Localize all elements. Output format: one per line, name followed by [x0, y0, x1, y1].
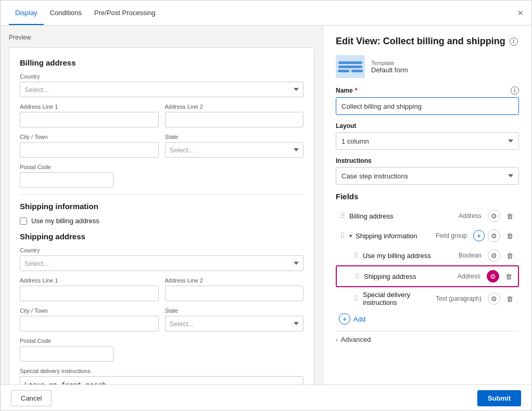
use-billing-label: Use my billing address [31, 217, 99, 225]
shipping-info-section: Shipping information Use my billing addr… [20, 194, 303, 225]
field-name-billing: Billing address [349, 212, 455, 220]
field-name-use-billing: Use my billing address [363, 252, 455, 260]
close-button[interactable]: × [517, 8, 523, 18]
name-required: * [355, 87, 358, 94]
billing-postal-label: Postal Code [20, 164, 303, 170]
billing-city-state-row: City / Town State Select... [20, 134, 303, 164]
template-bar-2 [338, 66, 362, 68]
field-name-shipping-info: Shipping information [356, 232, 433, 240]
add-row[interactable]: + Add [336, 310, 519, 328]
shipping-country-group: Country Select... [20, 247, 303, 271]
preview-label: Preview [9, 34, 314, 41]
billing-addr1-input[interactable] [20, 112, 159, 127]
shipping-addr2-input[interactable] [165, 286, 304, 301]
cancel-button[interactable]: Cancel [11, 390, 52, 406]
add-plus-icon[interactable]: + [339, 313, 350, 325]
billing-postal-group: Postal Code [20, 164, 303, 188]
gear-button-billing[interactable]: ⚙ [488, 210, 500, 222]
submit-button[interactable]: Submit [477, 390, 521, 406]
tab-pre-post[interactable]: Pre/Post Processing [88, 2, 162, 25]
main-content: Preview Billing address Country Select..… [1, 25, 531, 384]
edit-panel: Edit View: Collect billing and shipping … [323, 25, 531, 384]
billing-country-group: Country Select... [20, 73, 303, 97]
trash-button-shipping-addr[interactable]: 🗑 [502, 270, 515, 282]
use-billing-checkbox[interactable] [20, 217, 27, 225]
advanced-label: Advanced [341, 336, 371, 343]
field-type-billing: Address [459, 212, 482, 220]
instructions-select[interactable]: Case step instructions [336, 167, 519, 185]
field-type-special-delivery: Text (paragraph) [436, 295, 482, 302]
title-info-icon[interactable]: i [510, 37, 518, 46]
tabs-bar: Display Conditions Pre/Post Processing × [1, 1, 531, 25]
shipping-state-group: State Select... [165, 307, 304, 331]
drag-handle-special-delivery[interactable]: ⠿ [352, 294, 360, 303]
template-bar-4 [351, 70, 363, 72]
template-info: Template Default form [371, 60, 408, 74]
special-delivery-label: Special delivery instructions [20, 368, 303, 374]
trash-button-use-billing[interactable]: 🗑 [503, 249, 516, 262]
shipping-addr2-label: Address Line 2 [165, 277, 304, 284]
name-input[interactable] [336, 97, 519, 115]
field-type-shipping-info: Field group [436, 232, 467, 239]
drag-handle-shipping-addr[interactable]: ⠿ [353, 272, 361, 280]
field-type-use-billing: Boolean [459, 252, 482, 259]
template-sub: Template [371, 60, 408, 66]
name-field-group: Name * i [336, 86, 519, 115]
billing-addr2-group: Address Line 2 [165, 104, 304, 127]
template-bar-3 [338, 70, 349, 72]
billing-addr-row: Address Line 1 Address Line 2 [20, 104, 303, 134]
shipping-city-group: City / Town [20, 307, 159, 331]
gear-button-shipping-addr[interactable]: ⚙ [487, 270, 499, 282]
name-info-icon[interactable]: i [511, 86, 519, 95]
field-row-shipping-address: ⠿ Shipping address Address ⚙ 🗑 [336, 265, 519, 287]
shipping-city-state-row: City / Town State Select... [20, 307, 303, 338]
billing-city-input[interactable] [20, 142, 159, 158]
field-row-special-delivery: ⠿ Special delivery instructions Text (pa… [336, 287, 519, 310]
trash-button-shipping-info[interactable]: 🗑 [503, 229, 516, 242]
billing-section-title: Billing address [20, 58, 303, 67]
shipping-country-label: Country [20, 247, 303, 253]
gear-button-shipping-info[interactable]: ⚙ [488, 229, 500, 242]
trash-button-billing[interactable]: 🗑 [503, 210, 516, 222]
drag-handle-shipping-info[interactable]: ⠿ [339, 232, 346, 240]
layout-field-group: Layout 1 column [336, 122, 519, 150]
drag-handle-use-billing[interactable]: ⠿ [352, 251, 360, 260]
billing-addr2-input[interactable] [165, 112, 304, 127]
shipping-country-select[interactable]: Select... [20, 255, 303, 271]
special-delivery-input[interactable]: Leave on front porch [20, 376, 303, 384]
shipping-state-label: State [165, 307, 304, 314]
gear-button-use-billing[interactable]: ⚙ [488, 249, 500, 262]
footer: Cancel Submit [1, 384, 531, 411]
use-billing-row: Use my billing address [20, 217, 303, 225]
billing-state-select[interactable]: Select... [165, 142, 304, 158]
shipping-addr1-input[interactable] [20, 286, 159, 301]
billing-state-group: State Select... [165, 134, 304, 158]
shipping-addr1-label: Address Line 1 [20, 277, 159, 284]
tab-display[interactable]: Display [9, 2, 44, 25]
fields-title: Fields [336, 192, 519, 201]
billing-addr2-label: Address Line 2 [165, 104, 304, 110]
field-row-use-billing: ⠿ Use my billing address Boolean ⚙ 🗑 [336, 246, 519, 265]
template-bar-1 [338, 61, 362, 64]
field-type-shipping-addr: Address [458, 273, 480, 280]
shipping-state-select[interactable]: Select... [165, 316, 304, 331]
shipping-addr-title: Shipping address [20, 232, 303, 241]
shipping-city-label: City / Town [20, 307, 159, 314]
layout-select[interactable]: 1 column [336, 132, 519, 150]
trash-button-special-delivery[interactable]: 🗑 [503, 292, 516, 305]
field-row-billing-address: ⠿ Billing address Address ⚙ 🗑 [336, 206, 519, 226]
shipping-city-input[interactable] [20, 316, 159, 331]
tab-conditions[interactable]: Conditions [44, 2, 88, 25]
shipping-addr-row: Address Line 1 Address Line 2 [20, 277, 303, 307]
gear-button-special-delivery[interactable]: ⚙ [488, 292, 500, 305]
billing-postal-input[interactable] [20, 172, 113, 188]
plus-button-shipping-info[interactable]: + [473, 230, 485, 241]
shipping-postal-input[interactable] [20, 346, 113, 362]
template-icon [336, 55, 365, 78]
drag-handle-billing[interactable]: ⠿ [339, 212, 346, 220]
shipping-postal-label: Postal Code [20, 338, 303, 344]
advanced-row[interactable]: › Advanced [336, 331, 519, 348]
collapse-arrow-shipping-info[interactable]: ▾ [349, 233, 352, 239]
billing-country-select[interactable]: Select... [20, 82, 303, 97]
advanced-chevron-icon: › [336, 337, 338, 343]
